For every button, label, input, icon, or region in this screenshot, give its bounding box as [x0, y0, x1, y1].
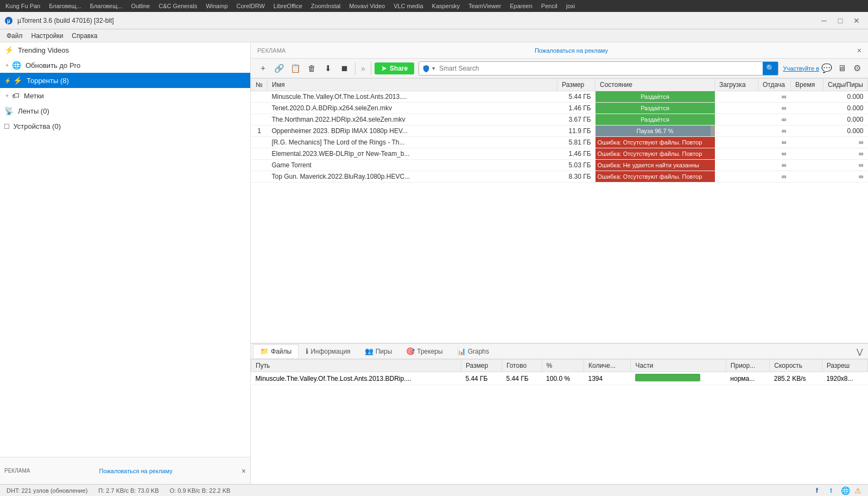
col-header-name[interactable]: Имя	[268, 79, 557, 91]
table-row[interactable]: Game Torrent 5.03 ГБ Ошибка: Не удается …	[251, 160, 868, 171]
stop-button[interactable]: ⏹	[337, 61, 352, 76]
cell-name: Oppenheimer 2023. BDRip IMAX 1080p HEV..…	[268, 125, 557, 137]
search-button[interactable]: 🔍	[763, 62, 778, 75]
tab-files[interactable]: 📁 Файлы	[253, 344, 299, 358]
taskbar-item[interactable]: Kaspersky	[429, 2, 463, 10]
table-row[interactable]: Top Gun. Maverick.2022.BluRay.1080p.HEVC…	[251, 171, 868, 183]
taskbar-item[interactable]: Kung Fu Pan	[2, 2, 43, 10]
maximize-button[interactable]: □	[833, 15, 847, 26]
sidebar-item-torrents[interactable]: ⚡ ⚡ Торренты (8)	[0, 73, 250, 88]
add-torrent-button[interactable]: ＋	[255, 61, 270, 76]
warning-icon[interactable]: ⚠	[854, 486, 861, 495]
taskbar-item[interactable]: Благовещ...	[87, 2, 126, 10]
table-row[interactable]: [R.G. Mechanics] The Lord of the Rings -…	[251, 137, 868, 148]
files-table-row[interactable]: Minuscule.The.Valley.Of.The.Lost.Ants.20…	[251, 372, 868, 385]
taskbar-item[interactable]: Благовещ...	[46, 2, 85, 10]
files-col-speed[interactable]: Скорость	[770, 360, 822, 372]
sidebar-item-trending[interactable]: ⚡ Trending Videos	[0, 42, 250, 58]
tab-info[interactable]: ℹ Информация	[299, 344, 357, 358]
taskbar-item[interactable]: Pencil	[538, 2, 561, 10]
close-button[interactable]: ✕	[850, 15, 864, 26]
table-row[interactable]: Tenet.2020.D.A.BDRip.x264.seleZen.mkv 1.…	[251, 103, 868, 114]
shield-icon	[422, 65, 430, 72]
ad-complaint-link[interactable]: Пожаловаться на рекламу	[535, 47, 608, 54]
col-header-down[interactable]: Загрузка	[715, 79, 758, 91]
sidebar-item-upgrade[interactable]: ＋ 🌐 Обновить до Pro	[0, 58, 250, 73]
table-row[interactable]: Elemental.2023.WEB-DLRip_от New-Team_b..…	[251, 148, 868, 160]
files-col-size[interactable]: Размер	[461, 360, 502, 372]
files-col-parts[interactable]: Части	[631, 360, 726, 372]
taskbar-item[interactable]: TeamViewer	[465, 2, 504, 10]
tab-graphs[interactable]: 📊 Graphs	[450, 344, 496, 358]
minimize-button[interactable]: ─	[817, 15, 831, 26]
expand-panel-button[interactable]: ⋁	[853, 346, 866, 357]
table-row[interactable]: The.Northman.2022.HDRip.x264.seleZen.mkv…	[251, 114, 868, 125]
taskbar-item[interactable]: C&C Generals	[155, 2, 200, 10]
tab-peers[interactable]: 👥 Пиры	[358, 344, 400, 358]
cell-time	[791, 148, 823, 160]
cell-num	[251, 148, 268, 160]
shield-dropdown-icon[interactable]: ▼	[431, 66, 436, 71]
taskbar-item[interactable]: Movavi Video	[346, 2, 388, 10]
taskbar-item[interactable]: CorelDRW	[233, 2, 268, 10]
cell-time	[791, 114, 823, 125]
files-col-count[interactable]: Количе...	[584, 360, 631, 372]
tab-trackers[interactable]: 🎯 Трекеры	[399, 344, 449, 358]
files-col-percent[interactable]: %	[542, 360, 584, 372]
files-table-area[interactable]: Путь Размер Готово % Количе... Части При…	[251, 359, 868, 484]
add-file-button[interactable]: 📋	[288, 61, 303, 76]
taskbar-item[interactable]: joxi	[563, 2, 579, 10]
trending-icon: ⚡	[4, 46, 14, 54]
app-icon: µ	[4, 16, 13, 25]
download-button[interactable]: ⬇	[320, 61, 335, 76]
tabs-bar: 📁 Файлы ℹ Информация 👥 Пиры 🎯 Трекеры 📊	[251, 344, 868, 359]
search-input[interactable]	[439, 65, 763, 72]
share-button[interactable]: ➤ Share	[375, 62, 414, 74]
col-header-size[interactable]: Размер	[557, 79, 595, 91]
taskbar-item[interactable]: VLC media	[390, 2, 426, 10]
svg-text:µ: µ	[7, 18, 10, 24]
ad-close[interactable]: ×	[857, 46, 861, 55]
torrent-table-body: Minuscule.The.Valley.Of.The.Lost.Ants.20…	[251, 91, 868, 183]
share-arrow-icon: ➤	[381, 65, 387, 72]
delete-button[interactable]: 🗑	[304, 61, 319, 76]
cell-name: [R.G. Mechanics] The Lord of the Rings -…	[268, 137, 557, 148]
sidebar-complaint-link[interactable]: Пожаловаться на рекламу	[99, 468, 173, 474]
menu-help[interactable]: Справка	[67, 31, 102, 41]
taskbar-item[interactable]: ZoomInstal	[308, 2, 344, 10]
file-priority: норма...	[726, 372, 769, 385]
settings-icon-button[interactable]: ⚙	[851, 62, 864, 75]
sidebar-close-ad[interactable]: ×	[242, 467, 246, 475]
facebook-icon[interactable]: f	[812, 486, 822, 495]
monitor-icon-button[interactable]: 🖥	[835, 62, 848, 75]
col-header-status[interactable]: Состояние	[595, 79, 715, 91]
table-row[interactable]: 1 Oppenheimer 2023. BDRip IMAX 1080p HEV…	[251, 125, 868, 137]
files-tab-icon: 📁	[260, 347, 269, 355]
menu-file[interactable]: Файл	[2, 31, 27, 41]
col-header-time[interactable]: Время	[791, 79, 823, 91]
files-col-priority[interactable]: Приор...	[726, 360, 769, 372]
col-header-num[interactable]: №	[251, 79, 268, 91]
table-row[interactable]: Minuscule.The.Valley.Of.The.Lost.Ants.20…	[251, 91, 868, 103]
torrent-table-area[interactable]: № Имя Размер Состояние Загрузка Отдача В…	[251, 78, 868, 343]
add-link-button[interactable]: 🔗	[271, 61, 287, 76]
chat-icon-button[interactable]: 💬	[820, 62, 833, 75]
cell-seeds: 0.000	[823, 103, 868, 114]
taskbar-item[interactable]: Outline	[128, 2, 153, 10]
files-col-resolution[interactable]: Разреш	[822, 360, 867, 372]
col-header-up[interactable]: Отдача	[758, 79, 791, 91]
files-col-done[interactable]: Готово	[502, 360, 542, 372]
col-header-seeds[interactable]: Сиды/Пиры	[823, 79, 868, 91]
taskbar-item[interactable]: Epareen	[506, 2, 536, 10]
menu-settings[interactable]: Настройки	[27, 31, 68, 41]
taskbar-item[interactable]: LibreOffice	[270, 2, 306, 10]
participate-link[interactable]: Участвуйте в	[783, 65, 819, 72]
taskbar-item[interactable]: Winamp	[202, 2, 231, 10]
web-icon[interactable]: 🌐	[840, 486, 850, 495]
files-col-path[interactable]: Путь	[251, 360, 461, 372]
sidebar-item-feeds[interactable]: 📡 Ленты (0)	[0, 103, 250, 118]
sidebar-item-labels[interactable]: ＋ 🏷 Метки	[0, 88, 250, 103]
sidebar-item-devices[interactable]: □ Устройства (0)	[0, 118, 250, 134]
twitter-icon[interactable]: t	[826, 486, 836, 495]
status-bar-right: f t 🌐 ⚠	[812, 486, 861, 495]
